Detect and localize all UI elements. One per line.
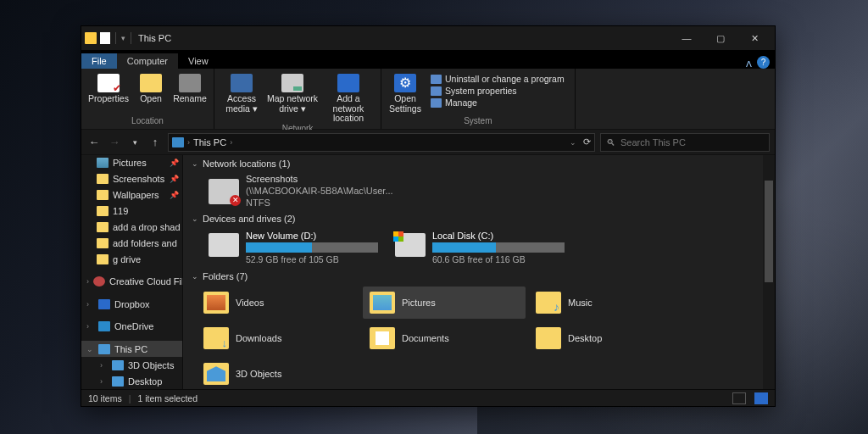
drive-item[interactable]: New Volume (D:)52.9 GB free of 105 GB <box>209 231 378 264</box>
sidebar-item-wallpapers[interactable]: Wallpapers📌 <box>81 187 182 203</box>
forward-button[interactable]: → <box>107 136 122 148</box>
folder-item-music[interactable]: Music <box>529 287 692 319</box>
content-pane[interactable]: ⌄Network locations (1) Screenshots (\\MA… <box>183 155 775 389</box>
pc-icon <box>112 360 124 370</box>
tiles-view-toggle[interactable] <box>754 392 768 404</box>
folder-item-downloads[interactable]: Downloads <box>197 322 359 354</box>
search-bar[interactable]: 🔍︎ <box>600 133 770 152</box>
folder-label: Desktop <box>568 333 602 343</box>
rename-button[interactable]: Rename <box>171 70 209 104</box>
chevron-right-icon[interactable]: › <box>100 361 108 370</box>
folder-item-3d-objects[interactable]: 3D Objects <box>197 358 359 389</box>
tab-view[interactable]: View <box>178 53 219 69</box>
navigation-pane[interactable]: Pictures📌Screenshots📌Wallpapers📌119add a… <box>81 155 183 389</box>
label: Map network drive ▾ <box>265 94 320 114</box>
drive-icon <box>209 233 239 257</box>
title-bar[interactable]: ▾ This PC — ▢ ✕ <box>81 26 775 50</box>
drive-icon <box>395 233 426 257</box>
drive-name: Local Disk (C:) <box>432 231 565 241</box>
up-button[interactable]: ↑ <box>147 136 163 148</box>
chevron-right-icon[interactable]: › <box>86 300 94 309</box>
folder-item-documents[interactable]: Documents <box>363 322 526 354</box>
sidebar-item-label: 3D Objects <box>128 360 174 370</box>
maximize-button[interactable]: ▢ <box>704 26 737 50</box>
drives-row: New Volume (D:)52.9 GB free of 105 GBLoc… <box>183 227 775 268</box>
section-folders[interactable]: ⌄Folders (7) <box>183 268 775 285</box>
address-bar[interactable]: › This PC › ⌄ ⟳ <box>168 133 595 152</box>
sidebar-item-add-a-drop-shad[interactable]: add a drop shad <box>81 220 182 236</box>
separator <box>115 32 116 44</box>
minimize-button[interactable]: — <box>670 26 704 50</box>
manage-link[interactable]: Manage <box>431 97 565 108</box>
sidebar-item-label: This PC <box>114 344 147 354</box>
add-network-location-button[interactable]: Add a network location <box>321 70 376 124</box>
folder-item-pictures[interactable]: Pictures <box>363 287 526 319</box>
explorer-body: Pictures📌Screenshots📌Wallpapers📌119add a… <box>81 155 775 389</box>
sidebar-item-add-folders-and[interactable]: add folders and <box>81 236 182 252</box>
close-button[interactable]: ✕ <box>737 26 771 50</box>
search-icon: 🔍︎ <box>606 137 615 147</box>
chevron-right-icon[interactable]: › <box>187 138 190 147</box>
open-button[interactable]: Open <box>132 70 170 104</box>
tab-file[interactable]: File <box>81 53 117 69</box>
sidebar-item-screenshots[interactable]: Screenshots📌 <box>81 171 182 187</box>
chevron-right-icon[interactable]: › <box>230 138 232 147</box>
label: Uninstall or change a program <box>445 74 565 84</box>
section-network-locations[interactable]: ⌄Network locations (1) <box>183 155 775 172</box>
history-dropdown-icon[interactable]: ⌄ <box>570 138 576 147</box>
chevron-right-icon[interactable]: › <box>86 322 94 331</box>
map-drive-button[interactable]: Map network drive ▾ <box>265 70 320 114</box>
folder-item-desktop[interactable]: Desktop <box>529 322 692 354</box>
sidebar-item-desktop[interactable]: ›Desktop <box>81 373 182 389</box>
collapse-ribbon-icon[interactable]: ᐱ <box>746 59 752 69</box>
sidebar-item-this-pc[interactable]: ⌄This PC <box>81 341 182 357</box>
chevron-right-icon[interactable]: › <box>100 377 108 386</box>
open-settings-button[interactable]: ⚙Open Settings <box>387 70 424 114</box>
sidebar-item-3d-objects[interactable]: ›3D Objects <box>81 357 182 373</box>
sidebar-item-g-drive[interactable]: g drive <box>81 251 182 267</box>
vertical-scrollbar[interactable] <box>763 155 775 389</box>
pin-icon: 📌 <box>170 159 179 167</box>
section-devices-drives[interactable]: ⌄Devices and drives (2) <box>183 210 775 227</box>
folder-icon <box>536 292 561 314</box>
uninstall-program-link[interactable]: Uninstall or change a program <box>431 74 565 84</box>
system-properties-link[interactable]: System properties <box>431 86 565 96</box>
sidebar-item-onedrive[interactable]: ›OneDrive <box>81 319 182 335</box>
scrollbar-thumb[interactable] <box>765 181 773 282</box>
label: Open <box>140 94 162 104</box>
chevron-right-icon[interactable]: › <box>86 277 89 286</box>
folder-item-videos[interactable]: Videos <box>197 287 359 319</box>
sidebar-item-label: OneDrive <box>114 321 153 331</box>
ribbon-group-network: Access media ▾ Map network drive ▾ Add a… <box>214 69 381 129</box>
sidebar-item-creative-cloud-file[interactable]: ›Creative Cloud File <box>81 274 182 290</box>
breadcrumb[interactable]: This PC <box>193 137 226 147</box>
sidebar-item-dropbox[interactable]: ›Dropbox <box>81 296 182 312</box>
properties-button[interactable]: Properties <box>86 70 131 104</box>
rename-icon <box>179 74 201 92</box>
drive-item[interactable]: Local Disk (C:)60.6 GB free of 116 GB <box>395 231 565 264</box>
chevron-down-icon: ⌄ <box>192 272 198 281</box>
folder-icon <box>203 327 229 349</box>
drive-name: New Volume (D:) <box>246 231 378 241</box>
details-view-toggle[interactable] <box>732 392 746 404</box>
help-icon[interactable]: ? <box>757 56 770 69</box>
refresh-icon[interactable]: ⟳ <box>583 136 591 147</box>
pin-icon: 📌 <box>170 191 179 199</box>
sidebar-item-119[interactable]: 119 <box>81 203 182 220</box>
network-location-item[interactable]: Screenshots (\\MACBOOKAIR-5B8A\Mac\User.… <box>183 172 775 210</box>
access-media-button[interactable]: Access media ▾ <box>220 70 264 114</box>
recent-dropdown[interactable]: ▾ <box>127 138 142 147</box>
folder-icon <box>203 292 229 314</box>
search-input[interactable] <box>620 137 764 147</box>
sidebar-item-pictures[interactable]: Pictures📌 <box>81 155 182 171</box>
chevron-down-icon[interactable]: ⌄ <box>86 345 94 353</box>
nav-row: ← → ▾ ↑ › This PC › ⌄ ⟳ 🔍︎ <box>81 130 775 155</box>
computer-icon <box>431 86 442 96</box>
folder-icon <box>97 206 108 216</box>
folders-grid: VideosPicturesMusicDownloadsDocumentsDes… <box>183 285 775 389</box>
back-button[interactable]: ← <box>86 136 102 148</box>
tab-computer[interactable]: Computer <box>117 53 178 69</box>
folder-icon <box>370 292 395 314</box>
folder-label: Documents <box>402 333 449 343</box>
qa-dropdown-icon[interactable]: ▾ <box>121 34 125 42</box>
